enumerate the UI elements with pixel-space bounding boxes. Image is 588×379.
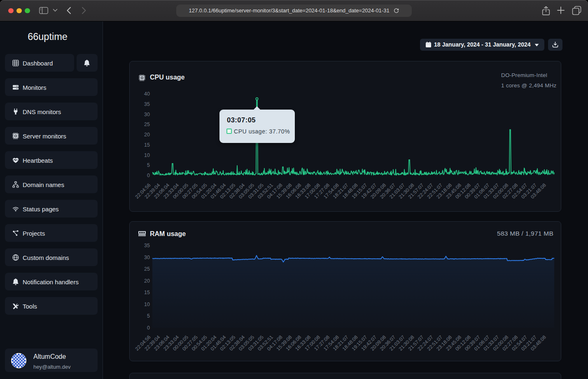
svg-text:0: 0 xyxy=(147,173,150,178)
svg-text:0: 0 xyxy=(147,325,150,331)
svg-text:30: 30 xyxy=(144,255,150,260)
svg-text:10: 10 xyxy=(144,302,150,307)
svg-text:5: 5 xyxy=(147,313,150,319)
svg-text:5: 5 xyxy=(147,162,150,168)
svg-text:20: 20 xyxy=(144,278,150,284)
svg-text:15: 15 xyxy=(144,290,150,295)
svg-text:30: 30 xyxy=(144,112,150,117)
svg-text:25: 25 xyxy=(144,122,150,127)
svg-text:20: 20 xyxy=(144,132,150,138)
svg-text:15: 15 xyxy=(144,142,150,148)
svg-text:25: 25 xyxy=(144,266,150,272)
svg-text:35: 35 xyxy=(144,101,150,107)
svg-text:10: 10 xyxy=(144,152,150,158)
svg-text:40: 40 xyxy=(144,91,150,97)
svg-text:35: 35 xyxy=(144,243,150,248)
